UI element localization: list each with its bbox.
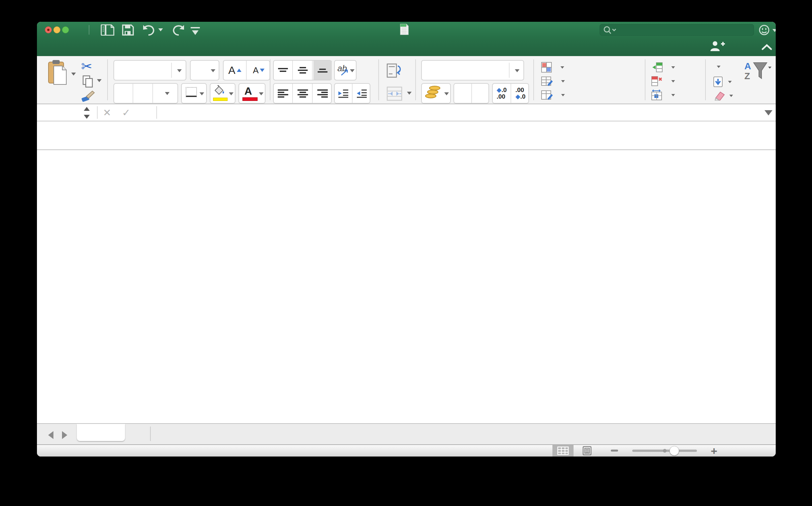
font-grow-shrink-group: A A (223, 60, 270, 81)
conditional-formatting-button[interactable] (541, 61, 565, 74)
font-style-group (113, 83, 178, 103)
expand-formula-bar-icon[interactable] (764, 110, 773, 115)
zoom-in-button[interactable]: + (711, 446, 717, 455)
align-bottom-button[interactable] (313, 61, 332, 80)
align-left-button[interactable] (274, 84, 293, 103)
clear-button[interactable] (712, 89, 733, 102)
cell-styles-icon (541, 89, 553, 101)
copy-dropdown-caret[interactable] (97, 79, 102, 82)
ribbon: ✂ A A (37, 56, 776, 104)
formula-bar: ✕ ✓ (37, 104, 776, 121)
format-cells-button[interactable] (651, 88, 675, 102)
cell-styles-button[interactable] (541, 88, 565, 102)
grid-rows (37, 150, 776, 423)
zoom-out-button[interactable] (611, 449, 618, 451)
bold-button[interactable] (114, 84, 133, 103)
indent-group (334, 83, 370, 103)
align-middle-button[interactable] (293, 61, 313, 80)
zoom-slider-knob[interactable] (669, 446, 679, 455)
number-format-select[interactable] (421, 60, 524, 81)
spreadsheet-grid (37, 121, 776, 423)
cancel-icon[interactable]: ✕ (103, 107, 111, 118)
add-sheet-button[interactable] (132, 424, 151, 443)
name-box-stepper[interactable] (82, 106, 91, 119)
svg-text:A: A (744, 61, 751, 71)
grow-font-button[interactable]: A (223, 61, 247, 80)
decrease-indent-button[interactable] (335, 84, 353, 103)
ribbon-group-divider (270, 59, 270, 100)
ribbon-group-divider (533, 59, 534, 100)
format-cells-icon (651, 89, 663, 101)
next-sheet-arrow[interactable] (62, 431, 67, 439)
collapse-ribbon-chevron-icon[interactable] (761, 44, 773, 51)
italic-button[interactable] (134, 84, 153, 103)
shrink-font-button[interactable]: A (247, 61, 270, 80)
fill-button[interactable] (712, 75, 732, 88)
diagonal-arrow-icon (341, 69, 349, 76)
conditional-formatting-icon (541, 62, 552, 73)
autosum-button[interactable] (712, 60, 721, 73)
enter-check-icon[interactable]: ✓ (122, 107, 130, 118)
status-bar: + (37, 444, 776, 456)
decimal-group: ◆.0.00 .00◆.0 (492, 83, 529, 103)
formula-bar-divider (97, 106, 98, 119)
fill-color-button[interactable] (210, 83, 236, 103)
font-name-select[interactable] (113, 60, 186, 81)
insert-cells-icon (651, 62, 663, 73)
delete-cells-icon (651, 76, 663, 86)
increase-decimal-button[interactable]: ◆.0.00 (493, 84, 511, 103)
comma-style-button[interactable] (473, 84, 489, 103)
paste-dropdown-caret[interactable] (71, 73, 76, 76)
format-painter-icon[interactable] (81, 89, 95, 102)
font-size-select[interactable] (190, 60, 219, 81)
delete-cells-button[interactable] (651, 75, 675, 88)
search-icon (603, 26, 617, 35)
merge-dropdown-caret[interactable] (407, 92, 412, 95)
percent-comma-group (453, 83, 489, 103)
zoom-center-marker (663, 449, 666, 452)
coins-icon (425, 94, 436, 98)
decrease-decimal-button[interactable]: .00◆.0 (512, 84, 529, 103)
currency-button[interactable] (421, 83, 451, 103)
workbook-doc-icon (400, 24, 409, 35)
ribbon-group-divider (378, 59, 379, 100)
increase-indent-button[interactable] (353, 84, 370, 103)
percent-style-button[interactable] (454, 84, 472, 103)
borders-button[interactable] (181, 83, 207, 103)
format-as-table-button[interactable] (541, 75, 565, 88)
ribbon-group-divider (645, 59, 645, 100)
insert-cells-button[interactable] (651, 61, 675, 74)
paint-bucket-icon (213, 85, 226, 95)
search-input[interactable] (600, 24, 754, 35)
share-button[interactable] (710, 38, 730, 56)
svg-text:Z: Z (744, 71, 750, 81)
ribbon-group-divider (705, 59, 706, 100)
normal-view-grid-icon (557, 446, 569, 455)
ribbon-tab-row (37, 38, 776, 56)
paste-button[interactable] (44, 59, 71, 99)
normal-view-button[interactable] (552, 445, 573, 456)
prev-sheet-arrow[interactable] (48, 431, 54, 439)
sheet-tab-sheet1[interactable] (77, 424, 125, 441)
merge-center-icon[interactable] (386, 86, 404, 101)
ribbon-group-divider (415, 59, 416, 100)
paste-clipboard-icon (47, 59, 68, 85)
wrap-text-icon[interactable] (386, 63, 404, 78)
share-person-icon (710, 40, 726, 52)
page-layout-view-button[interactable] (578, 445, 596, 456)
orientation-button[interactable]: ab (334, 60, 357, 81)
horizontal-align-group (273, 83, 332, 103)
font-color-button[interactable]: A (239, 83, 266, 103)
sheet-bar-divider (150, 426, 151, 441)
sheet-tab-bar (37, 423, 776, 444)
copy-icon[interactable] (82, 75, 94, 88)
vertical-align-group (273, 60, 332, 81)
underline-button[interactable] (154, 84, 178, 103)
align-right-button[interactable] (313, 84, 332, 103)
align-center-button[interactable] (293, 84, 313, 103)
sort-filter-button[interactable]: A Z (741, 60, 775, 84)
formula-bar-divider (156, 106, 157, 119)
cut-icon[interactable]: ✂ (81, 59, 92, 74)
feedback-smiley-icon[interactable] (758, 24, 776, 36)
align-top-button[interactable] (274, 61, 293, 80)
